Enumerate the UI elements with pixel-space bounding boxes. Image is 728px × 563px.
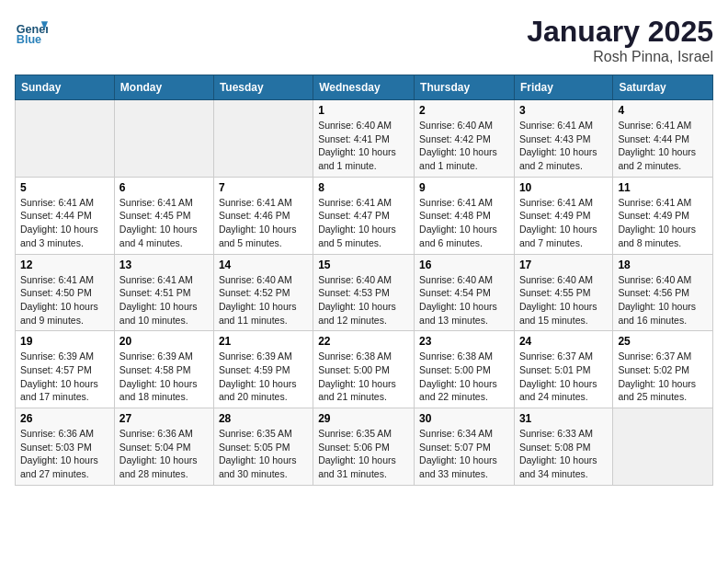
calendar-week-row: 26Sunrise: 6:36 AM Sunset: 5:03 PM Dayli…	[16, 408, 713, 486]
calendar-cell: 8Sunrise: 6:41 AM Sunset: 4:47 PM Daylig…	[313, 177, 415, 254]
day-number: 9	[419, 181, 509, 194]
calendar-cell: 10Sunrise: 6:41 AM Sunset: 4:49 PM Dayli…	[514, 177, 612, 254]
day-info: Sunrise: 6:39 AM Sunset: 4:57 PM Dayligh…	[20, 350, 109, 404]
day-header-thursday: Thursday	[415, 75, 515, 100]
day-number: 27	[119, 412, 209, 425]
calendar-title: January 2025	[527, 15, 713, 49]
calendar-cell: 29Sunrise: 6:35 AM Sunset: 5:06 PM Dayli…	[313, 408, 415, 486]
day-info: Sunrise: 6:35 AM Sunset: 5:06 PM Dayligh…	[318, 427, 409, 481]
calendar-body: 1Sunrise: 6:40 AM Sunset: 4:41 PM Daylig…	[16, 100, 713, 486]
calendar-cell: 4Sunrise: 6:41 AM Sunset: 4:44 PM Daylig…	[613, 100, 713, 178]
calendar-cell: 27Sunrise: 6:36 AM Sunset: 5:04 PM Dayli…	[114, 408, 213, 486]
day-number: 25	[618, 335, 708, 348]
day-info: Sunrise: 6:41 AM Sunset: 4:43 PM Dayligh…	[519, 119, 608, 173]
day-info: Sunrise: 6:41 AM Sunset: 4:49 PM Dayligh…	[618, 196, 708, 250]
calendar-cell: 25Sunrise: 6:37 AM Sunset: 5:02 PM Dayli…	[613, 331, 713, 408]
calendar-cell: 16Sunrise: 6:40 AM Sunset: 4:54 PM Dayli…	[415, 254, 515, 331]
day-info: Sunrise: 6:41 AM Sunset: 4:44 PM Dayligh…	[618, 119, 708, 173]
day-number: 22	[318, 335, 409, 348]
page-header: General Blue January 2025 Rosh Pinna, Is…	[15, 15, 713, 65]
calendar-cell	[213, 100, 313, 178]
calendar-week-row: 12Sunrise: 6:41 AM Sunset: 4:50 PM Dayli…	[16, 254, 713, 331]
day-number: 12	[20, 259, 109, 271]
day-info: Sunrise: 6:41 AM Sunset: 4:46 PM Dayligh…	[219, 196, 308, 250]
calendar-cell: 20Sunrise: 6:39 AM Sunset: 4:58 PM Dayli…	[114, 331, 213, 408]
day-number: 17	[519, 259, 608, 271]
day-info: Sunrise: 6:40 AM Sunset: 4:53 PM Dayligh…	[318, 273, 409, 327]
day-number: 24	[519, 335, 608, 348]
day-info: Sunrise: 6:39 AM Sunset: 4:58 PM Dayligh…	[119, 350, 209, 404]
day-number: 4	[618, 104, 708, 117]
day-number: 3	[519, 104, 608, 117]
calendar-cell: 26Sunrise: 6:36 AM Sunset: 5:03 PM Dayli…	[16, 408, 115, 486]
day-number: 10	[519, 181, 608, 194]
day-header-sunday: Sunday	[16, 75, 115, 100]
calendar-cell: 24Sunrise: 6:37 AM Sunset: 5:01 PM Dayli…	[514, 331, 612, 408]
calendar-table: SundayMondayTuesdayWednesdayThursdayFrid…	[15, 75, 713, 486]
day-header-saturday: Saturday	[613, 75, 713, 100]
calendar-cell: 19Sunrise: 6:39 AM Sunset: 4:57 PM Dayli…	[16, 331, 115, 408]
day-info: Sunrise: 6:41 AM Sunset: 4:45 PM Dayligh…	[119, 196, 209, 250]
calendar-cell: 21Sunrise: 6:39 AM Sunset: 4:59 PM Dayli…	[213, 331, 313, 408]
day-info: Sunrise: 6:33 AM Sunset: 5:08 PM Dayligh…	[519, 427, 608, 481]
calendar-cell: 3Sunrise: 6:41 AM Sunset: 4:43 PM Daylig…	[514, 100, 612, 178]
day-info: Sunrise: 6:40 AM Sunset: 4:54 PM Dayligh…	[419, 273, 509, 327]
day-info: Sunrise: 6:41 AM Sunset: 4:44 PM Dayligh…	[20, 196, 109, 250]
day-info: Sunrise: 6:36 AM Sunset: 5:03 PM Dayligh…	[20, 427, 109, 481]
day-info: Sunrise: 6:41 AM Sunset: 4:49 PM Dayligh…	[519, 196, 608, 250]
day-info: Sunrise: 6:40 AM Sunset: 4:41 PM Dayligh…	[318, 119, 409, 173]
calendar-cell: 23Sunrise: 6:38 AM Sunset: 5:00 PM Dayli…	[415, 331, 515, 408]
title-block: January 2025 Rosh Pinna, Israel	[527, 15, 713, 65]
calendar-cell: 2Sunrise: 6:40 AM Sunset: 4:42 PM Daylig…	[415, 100, 515, 178]
day-info: Sunrise: 6:40 AM Sunset: 4:42 PM Dayligh…	[419, 119, 509, 173]
calendar-cell: 7Sunrise: 6:41 AM Sunset: 4:46 PM Daylig…	[213, 177, 313, 254]
day-number: 14	[219, 259, 308, 271]
day-info: Sunrise: 6:38 AM Sunset: 5:00 PM Dayligh…	[419, 350, 509, 404]
calendar-cell: 15Sunrise: 6:40 AM Sunset: 4:53 PM Dayli…	[313, 254, 415, 331]
day-number: 31	[519, 412, 608, 425]
day-number: 21	[219, 335, 308, 348]
calendar-cell: 11Sunrise: 6:41 AM Sunset: 4:49 PM Dayli…	[613, 177, 713, 254]
calendar-week-row: 5Sunrise: 6:41 AM Sunset: 4:44 PM Daylig…	[16, 177, 713, 254]
day-info: Sunrise: 6:37 AM Sunset: 5:02 PM Dayligh…	[618, 350, 708, 404]
day-number: 11	[618, 181, 708, 194]
day-info: Sunrise: 6:41 AM Sunset: 4:50 PM Dayligh…	[20, 273, 109, 327]
day-info: Sunrise: 6:41 AM Sunset: 4:47 PM Dayligh…	[318, 196, 409, 250]
day-info: Sunrise: 6:35 AM Sunset: 5:05 PM Dayligh…	[219, 427, 308, 481]
day-info: Sunrise: 6:37 AM Sunset: 5:01 PM Dayligh…	[519, 350, 608, 404]
day-info: Sunrise: 6:34 AM Sunset: 5:07 PM Dayligh…	[419, 427, 509, 481]
day-header-wednesday: Wednesday	[313, 75, 415, 100]
day-number: 23	[419, 335, 509, 348]
day-info: Sunrise: 6:38 AM Sunset: 5:00 PM Dayligh…	[318, 350, 409, 404]
day-info: Sunrise: 6:41 AM Sunset: 4:48 PM Dayligh…	[419, 196, 509, 250]
day-number: 8	[318, 181, 409, 194]
calendar-cell: 17Sunrise: 6:40 AM Sunset: 4:55 PM Dayli…	[514, 254, 612, 331]
day-number: 7	[219, 181, 308, 194]
svg-text:Blue: Blue	[17, 33, 41, 46]
day-info: Sunrise: 6:40 AM Sunset: 4:55 PM Dayligh…	[519, 273, 608, 327]
calendar-cell: 18Sunrise: 6:40 AM Sunset: 4:56 PM Dayli…	[613, 254, 713, 331]
day-number: 6	[119, 181, 209, 194]
calendar-cell	[16, 100, 115, 178]
days-header-row: SundayMondayTuesdayWednesdayThursdayFrid…	[16, 75, 713, 100]
logo-icon: General Blue	[15, 15, 48, 48]
day-number: 2	[419, 104, 509, 117]
calendar-cell	[613, 408, 713, 486]
day-number: 30	[419, 412, 509, 425]
calendar-cell: 12Sunrise: 6:41 AM Sunset: 4:50 PM Dayli…	[16, 254, 115, 331]
day-number: 5	[20, 181, 109, 194]
calendar-cell: 1Sunrise: 6:40 AM Sunset: 4:41 PM Daylig…	[313, 100, 415, 178]
calendar-cell	[114, 100, 213, 178]
calendar-cell: 14Sunrise: 6:40 AM Sunset: 4:52 PM Dayli…	[213, 254, 313, 331]
calendar-cell: 5Sunrise: 6:41 AM Sunset: 4:44 PM Daylig…	[16, 177, 115, 254]
day-header-monday: Monday	[114, 75, 213, 100]
day-number: 13	[119, 259, 209, 271]
day-number: 15	[318, 259, 409, 271]
day-info: Sunrise: 6:39 AM Sunset: 4:59 PM Dayligh…	[219, 350, 308, 404]
calendar-cell: 6Sunrise: 6:41 AM Sunset: 4:45 PM Daylig…	[114, 177, 213, 254]
calendar-week-row: 19Sunrise: 6:39 AM Sunset: 4:57 PM Dayli…	[16, 331, 713, 408]
day-number: 16	[419, 259, 509, 271]
calendar-week-row: 1Sunrise: 6:40 AM Sunset: 4:41 PM Daylig…	[16, 100, 713, 178]
day-header-tuesday: Tuesday	[213, 75, 313, 100]
calendar-cell: 22Sunrise: 6:38 AM Sunset: 5:00 PM Dayli…	[313, 331, 415, 408]
